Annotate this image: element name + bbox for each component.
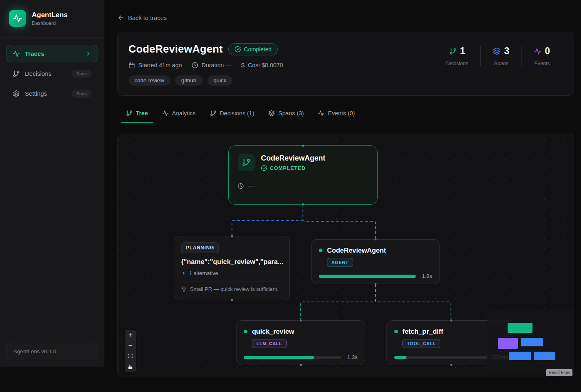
stat-value: 0 [545,46,550,57]
tab-events[interactable]: Events (0) [313,105,360,123]
minimap-node-decision [498,338,518,349]
duration-bar-fill [244,356,314,359]
maximize-icon [128,353,133,359]
status-dot [244,330,247,333]
started-meta: Started 41m ago [128,62,182,68]
tag: code-review [128,75,170,86]
status-dot [394,330,398,333]
root-node-status: COMPLETED [270,165,305,171]
check-circle-icon [261,165,267,171]
span-title: fetch_pr_diff [402,328,443,335]
stat-events: 0 Events [521,46,562,66]
stat-label: Decisions [446,61,468,66]
span-title: quick_review [252,328,294,335]
trace-stats: 1 Decisions 3 Spans 0 Events [434,46,562,86]
sidebar-nav: Traces Decisions Soon Settings Soon [0,38,104,112]
alternatives-label: 1 alternative [189,270,218,276]
stat-value: 1 [460,46,465,57]
back-link-label: Back to traces [128,14,167,21]
node-trace-root[interactable]: CodeReviewAgent COMPLETED — [228,145,378,205]
span-title: CodeReviewAgent [327,247,386,254]
cost-label: Cost $0.0070 [248,62,283,68]
clock-icon [238,183,244,189]
sidebar-item-settings[interactable]: Settings Soon [7,85,97,102]
duration-bar-fill [319,275,416,278]
edge-agent-to-llm [300,284,376,320]
trace-header-left: CodeReviewAgent Completed Started 41m ag… [128,43,283,86]
sidebar-item-label: Traces [25,50,44,57]
arrow-left-icon [117,14,124,21]
brand: AgentLens Dashboard [0,0,104,37]
activity-icon [13,50,20,57]
span-type-badge: TOOL_CALL [402,339,440,348]
minimap-node-llm [509,352,531,360]
stat-label: Spans [493,61,509,66]
soon-badge: Soon [72,90,91,98]
chevron-right-icon [181,271,186,276]
tags-row: code-review github quick [128,75,283,86]
tag: quick [208,75,233,86]
node-decision-planning[interactable]: PLANNING {"name":"quick_review","para...… [174,236,290,300]
flow-minimap[interactable] [487,310,574,372]
tab-label: Decisions (1) [220,110,254,117]
tab-label: Analytics [172,110,196,117]
decision-rationale: Small PR — quick review is sufficient. [181,286,283,292]
node-handle [302,203,305,206]
tab-analytics[interactable]: Analytics [157,105,201,123]
stat-value: 3 [504,46,509,57]
span-type-badge: LLM_CALL [252,339,287,348]
zoom-out-button[interactable]: − [125,340,136,351]
sidebar-footer: AgentLens v0.1.0 [0,335,104,367]
lock-button[interactable] [125,361,136,372]
root-node-duration: — [248,182,254,189]
trace-meta-row: Started 41m ago Duration — $ Cost $0.007… [128,62,283,68]
zoom-in-button[interactable]: + [125,330,136,340]
status-badge-label: Completed [244,46,272,53]
git-branch-icon [126,110,133,117]
span-duration: 1.8s [420,273,432,279]
fit-view-button[interactable] [125,351,136,361]
alternatives-toggle[interactable]: 1 alternative [181,270,283,276]
tab-label: Events (0) [328,110,355,117]
chevron-right-icon [85,51,91,57]
back-to-traces-link[interactable]: Back to traces [117,14,167,21]
app-version: AgentLens v0.1.0 [7,343,97,360]
layers-icon [493,47,501,55]
flow-controls: + − [125,330,136,372]
git-branch-icon [238,154,255,171]
trace-tabs: Tree Analytics Decisions (1) Spans (3) E… [117,105,574,123]
duration-label: Duration — [201,62,231,68]
node-span-agent[interactable]: CodeReviewAgent AGENT 1.8s [311,239,440,284]
node-handle [299,363,302,366]
git-branch-icon [13,70,20,77]
main-content: Back to traces CodeReviewAgent Completed… [104,0,581,392]
flow-canvas[interactable]: CodeReviewAgent COMPLETED — P [117,134,574,377]
minimap-node-agent [521,338,543,346]
stat-label: Events [534,61,550,66]
node-handle [302,144,305,147]
node-handle [450,319,453,322]
root-node-title: CodeReviewAgent [261,154,325,163]
node-span-quick-review[interactable]: quick_review LLM_CALL 1.3s [236,320,365,365]
node-handle [374,282,377,285]
tab-tree[interactable]: Tree [121,105,153,123]
calendar-icon [128,62,135,68]
reactflow-attribution[interactable]: React Flow [546,369,572,376]
gear-icon [13,90,20,97]
span-duration: 1.3s [345,354,358,360]
tab-label: Tree [136,110,148,117]
sidebar-item-traces[interactable]: Traces [7,45,97,62]
tab-spans[interactable]: Spans (3) [263,105,309,123]
clock-icon [192,62,198,68]
activity-icon [162,110,169,117]
check-circle-icon [234,46,241,53]
divider [181,282,283,282]
duration-bar [319,275,416,278]
node-handle [230,235,233,238]
started-label: Started 41m ago [138,62,182,68]
sidebar-item-decisions[interactable]: Decisions Soon [7,65,97,82]
decision-summary: {"name":"quick_review","para... [181,258,283,266]
duration-bar [244,356,341,359]
duration-bar [394,356,487,359]
tab-decisions[interactable]: Decisions (1) [205,105,260,123]
